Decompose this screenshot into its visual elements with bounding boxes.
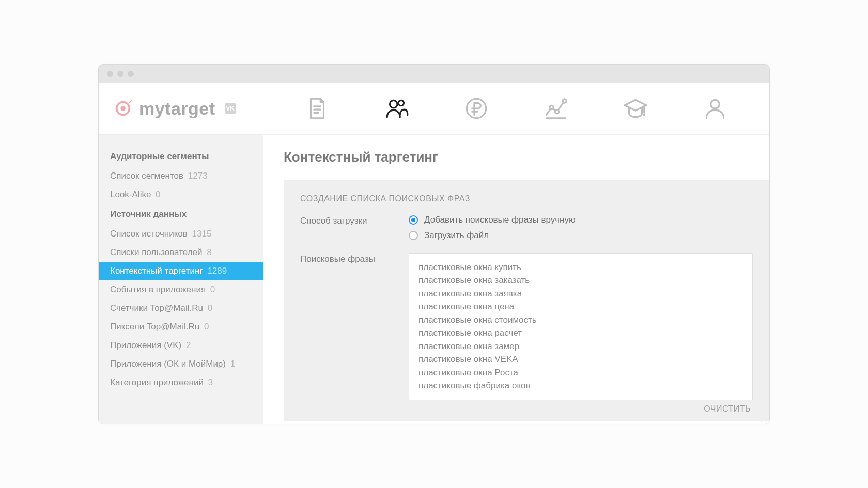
nav-audiences[interactable]: [381, 93, 412, 124]
sidebar-item-sources-list[interactable]: Список источников 1315: [99, 225, 263, 243]
sidebar-item-context-targeting[interactable]: Контекстный таргетинг 1289: [99, 262, 263, 280]
ruble-icon: [463, 96, 489, 121]
panel-title: СОЗДАНИЕ СПИСКА ПОИСКОВЫХ ФРАЗ: [300, 194, 753, 203]
profile-icon: [702, 96, 728, 121]
sidebar-item-count: 0: [156, 190, 160, 199]
phrases-row: Поисковые фразы пластиковые окна купить …: [300, 253, 753, 400]
clear-button[interactable]: ОЧИСТИТЬ: [300, 400, 753, 414]
sidebar-item-count: 1273: [188, 171, 208, 181]
content: Аудиторные сегменты Список сегментов 127…: [99, 135, 769, 424]
svg-point-5: [550, 105, 553, 109]
sidebar-item-count: 1289: [207, 266, 227, 276]
sidebar-item-label: События в приложения: [110, 285, 206, 294]
sidebar-item-segments-list[interactable]: Список сегментов 1273: [99, 167, 263, 185]
sidebar-item-app-category[interactable]: Категория приложений 3: [99, 373, 263, 392]
sidebar-item-count: 3: [208, 377, 213, 387]
sidebar-section-title: Аудиторные сегменты: [99, 146, 263, 167]
phrases-input[interactable]: пластиковые окна купить пластиковые окна…: [409, 253, 753, 400]
sidebar-item-label: Список сегментов: [110, 171, 183, 181]
mytarget-logo-icon: [113, 99, 133, 118]
sidebar-item-apps-vk[interactable]: Приложения (VK) 2: [99, 336, 263, 355]
upload-method-radios: Добавить поисковые фразы вручную Загрузи…: [409, 215, 576, 241]
education-icon: [623, 96, 648, 121]
sidebar-item-label: Списки пользователей: [110, 247, 203, 257]
sidebar-item-label: Приложения (ОК и МойМир): [110, 359, 226, 369]
create-phrase-list-panel: СОЗДАНИЕ СПИСКА ПОИСКОВЫХ ФРАЗ Способ за…: [284, 180, 769, 421]
page-title: Контекстный таргетинг: [284, 149, 769, 165]
sidebar-item-label: Счетчики Top@Mail.Ru: [110, 303, 203, 313]
sidebar-item-label: Категория приложений: [110, 377, 204, 387]
svg-point-8: [643, 114, 645, 116]
svg-point-3: [398, 100, 404, 105]
svg-point-1: [120, 106, 126, 111]
phrases-label: Поисковые фразы: [300, 253, 409, 400]
sidebar-section-title: Источник данных: [99, 204, 263, 225]
browser-frame: mytarget VK: [98, 64, 770, 424]
sidebar-item-label: Контекстный таргетинг: [110, 266, 203, 276]
nav-campaigns[interactable]: [302, 93, 333, 124]
radio-label: Добавить поисковые фразы вручную: [424, 215, 576, 225]
radio-icon: [409, 231, 418, 240]
radio-icon: [409, 215, 418, 225]
window-dot[interactable]: [128, 71, 134, 77]
window-titlebar: [99, 65, 769, 83]
document-icon: [304, 96, 330, 121]
radio-manual[interactable]: Добавить поисковые фразы вручную: [409, 215, 576, 225]
sidebar-item-count: 2: [186, 340, 191, 350]
vk-badge-icon: VK: [225, 103, 236, 114]
nav-education[interactable]: [620, 93, 651, 124]
logo-text: mytarget: [139, 99, 215, 119]
svg-point-9: [711, 100, 720, 108]
sidebar-item-count: 1315: [192, 229, 212, 239]
radio-label: Загрузить файл: [424, 230, 489, 241]
sidebar-item-label: Пиксели Top@Mail.Ru: [110, 322, 199, 332]
svg-point-2: [390, 100, 397, 108]
window-dot[interactable]: [107, 71, 113, 77]
sidebar-item-user-lists[interactable]: Списки пользователей 8: [99, 243, 263, 262]
stats-icon: [543, 96, 569, 121]
sidebar-item-count: 8: [207, 247, 211, 257]
sidebar-item-lookalike[interactable]: Look-Alike 0: [99, 185, 263, 204]
nav-profile[interactable]: [700, 93, 731, 124]
sidebar-item-label: Список источников: [110, 229, 188, 239]
sidebar-item-label: Приложения (VK): [110, 340, 181, 350]
upload-method-label: Способ загрузки: [300, 215, 409, 241]
nav-statistics[interactable]: [540, 93, 571, 124]
sidebar-item-app-events[interactable]: События в приложения 0: [99, 280, 263, 299]
sidebar: Аудиторные сегменты Список сегментов 127…: [99, 135, 263, 424]
sidebar-item-label: Look-Alike: [110, 190, 151, 199]
upload-method-row: Способ загрузки Добавить поисковые фразы…: [300, 215, 753, 241]
svg-point-7: [563, 99, 566, 103]
sidebar-item-apps-ok[interactable]: Приложения (ОК и МойМир) 1: [99, 355, 263, 373]
radio-file[interactable]: Загрузить файл: [409, 230, 576, 241]
main: Контекстный таргетинг СОЗДАНИЕ СПИСКА ПО…: [263, 135, 769, 424]
nav-balance[interactable]: [461, 93, 492, 124]
top-nav: mytarget VK: [99, 83, 769, 135]
audience-icon: [384, 96, 410, 121]
sidebar-item-pixels[interactable]: Пиксели Top@Mail.Ru 0: [99, 318, 263, 336]
nav-icons: [241, 93, 755, 124]
sidebar-item-counters[interactable]: Счетчики Top@Mail.Ru 0: [99, 299, 263, 318]
sidebar-item-count: 1: [230, 359, 235, 369]
sidebar-item-count: 0: [208, 303, 212, 313]
svg-point-6: [555, 110, 559, 114]
window-dot[interactable]: [117, 71, 123, 77]
sidebar-item-count: 0: [210, 285, 215, 294]
sidebar-item-count: 0: [204, 322, 209, 332]
logo[interactable]: mytarget VK: [113, 99, 236, 119]
